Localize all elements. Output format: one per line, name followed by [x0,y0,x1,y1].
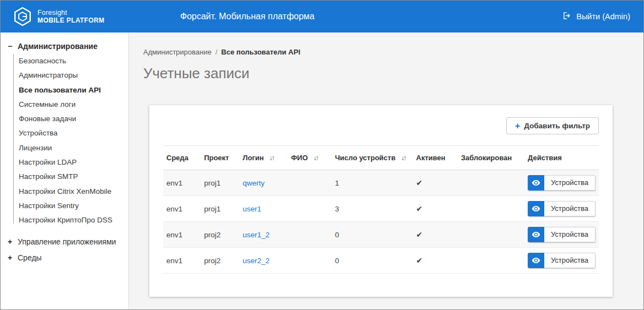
cell-env: env1 [163,222,201,248]
admin-submenu: Безопасность Администраторы Все пользова… [13,54,128,230]
sort-icon-devices[interactable]: ↓↑ [401,154,405,162]
breadcrumb: Администрирование/Все пользователи API [129,32,643,56]
sidebar-item-devices[interactable]: Устройства [13,126,128,140]
cell-actions: Устройства [524,248,599,274]
sidebar-collapsed-sections: + Управление приложениями + Среды [1,233,128,265]
logo-brand: Foresight [37,9,105,17]
cell-project: proj1 [201,170,239,196]
app-title: Форсайт. Мобильная платформа [180,1,315,32]
logout-button[interactable]: Выйти (Admin) [562,1,630,32]
accounts-card: + Добавить фильтр Среда Проект Логин↓↑ Ф… [149,105,613,297]
logout-label: Выйти (Admin) [576,12,630,21]
devices-button[interactable]: Устройства [528,227,596,242]
table-row: env1 proj1 user1 3 ✔ Устройства [163,196,599,222]
cell-env: env1 [163,248,201,274]
cell-login: qwerty [240,170,288,196]
column-header-devices: Число устройств↓↑ [332,146,413,170]
expand-plus-icon[interactable]: + [7,237,13,246]
sidebar-item-citrix-settings[interactable]: Настройки Citrix XenMobile [13,184,128,199]
column-header-active: Активен [413,146,457,170]
cell-fio [288,170,332,196]
cell-env: env1 [163,196,201,222]
sidebar-section-app-management[interactable]: + Управление приложениями [1,233,128,249]
login-link[interactable]: qwerty [243,179,265,187]
breadcrumb-separator: / [215,48,218,56]
sidebar-item-cryptopro-settings[interactable]: Настройки КриптоПро DSS [13,213,128,227]
cell-blocked [458,248,524,274]
logout-icon [562,11,572,22]
cell-env: env1 [163,170,201,196]
check-icon: ✔ [416,230,423,239]
cell-project: proj2 [201,248,239,274]
sidebar-item-licenses[interactable]: Лицензии [13,141,128,155]
column-header-blocked: Заблокирован [458,146,524,170]
login-link[interactable]: user1_2 [243,231,270,239]
cell-blocked [458,222,524,248]
sidebar-item-sentry-settings[interactable]: Настройки Sentry [13,199,128,213]
cell-fio [288,248,332,274]
sidebar-item-system-logs[interactable]: Системные логи [13,97,128,112]
cell-active: ✔ [413,248,457,274]
devices-button-label: Устройства [544,201,596,216]
sidebar-item-all-api-users[interactable]: Все пользователи API [13,83,128,97]
cell-login: user2_2 [240,248,288,274]
logo: Foresight MOBILE PLATFORM [13,7,105,26]
eye-icon [528,227,544,242]
cell-devices-count: 0 [332,248,413,274]
check-icon: ✔ [416,204,423,213]
logo-product: MOBILE PLATFORM [37,17,105,24]
sidebar-item-smtp-settings[interactable]: Настройки SMTP [13,170,128,184]
sort-icon-login[interactable]: ↓↑ [269,154,274,162]
accounts-table: Среда Проект Логин↓↑ ФИО↓↑ Число устройс… [163,145,599,274]
eye-icon [528,253,544,268]
eye-icon [528,175,544,191]
cell-project: proj2 [201,222,239,248]
login-link[interactable]: user2_2 [243,257,270,265]
cell-fio [288,222,332,248]
column-header-login: Логин↓↑ [240,146,288,170]
column-header-actions: Действия [524,146,599,170]
cell-actions: Устройства [524,170,599,196]
login-link[interactable]: user1 [243,205,262,213]
devices-button-label: Устройства [544,253,596,268]
column-header-env: Среда [163,146,201,170]
sidebar-section-environments[interactable]: + Среды [1,249,128,265]
hexagon-logo-icon [13,7,33,26]
table-header-row: Среда Проект Логин↓↑ ФИО↓↑ Число устройс… [163,146,599,170]
sidebar-item-background-tasks[interactable]: Фоновые задачи [13,112,128,126]
cell-project: proj1 [201,196,239,222]
cell-blocked [458,196,524,222]
expand-plus-icon[interactable]: + [7,253,13,262]
sidebar-item-security[interactable]: Безопасность [13,54,128,68]
add-filter-label: Добавить фильтр [524,122,590,130]
app-header: Foresight MOBILE PLATFORM Форсайт. Мобил… [1,1,643,32]
page: Foresight MOBILE PLATFORM Форсайт. Мобил… [0,0,644,310]
main-content: Администрирование/Все пользователи API У… [129,32,643,309]
sidebar-section-label: Управление приложениями [18,237,116,246]
column-header-project: Проект [201,146,239,170]
cell-devices-count: 0 [332,222,413,248]
table-row: env1 proj2 user2_2 0 ✔ Устройства [163,248,599,274]
plus-icon: + [515,122,520,129]
cell-devices-count: 3 [332,196,413,222]
cell-active: ✔ [413,196,457,222]
collapse-minus-icon[interactable]: − [7,42,13,51]
cell-login: user1 [240,196,288,222]
devices-button[interactable]: Устройства [528,201,596,216]
devices-button[interactable]: Устройства [528,175,596,191]
cell-actions: Устройства [524,196,599,222]
add-filter-button[interactable]: + Добавить фильтр [506,117,599,134]
devices-button[interactable]: Устройства [528,253,596,268]
cell-fio [288,196,332,222]
cell-login: user1_2 [240,222,288,248]
logo-text: Foresight MOBILE PLATFORM [37,9,105,24]
check-icon: ✔ [416,256,423,265]
sidebar-item-ldap-settings[interactable]: Настройки LDAP [13,155,128,170]
sidebar-item-administrators[interactable]: Администраторы [13,68,128,83]
sort-icon-fio[interactable]: ↓↑ [313,154,318,162]
cell-devices-count: 1 [332,170,413,196]
cell-active: ✔ [413,222,457,248]
eye-icon [528,201,544,216]
breadcrumb-parent[interactable]: Администрирование [143,48,212,56]
sidebar-section-administration[interactable]: − Администрирование [1,38,128,54]
